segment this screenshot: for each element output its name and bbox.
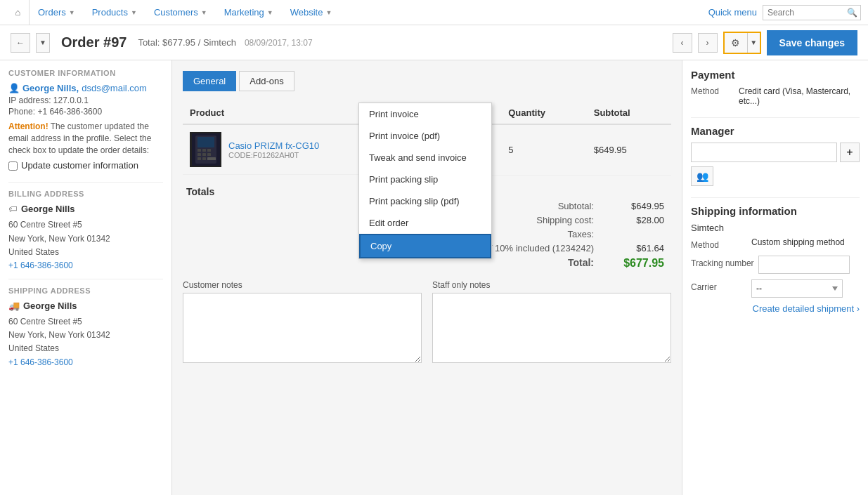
shipping-method-row: Method Custom shipping method xyxy=(691,237,860,250)
gear-dropdown-button[interactable]: ▼ xyxy=(747,33,760,53)
svg-rect-2 xyxy=(197,137,214,147)
nav-website[interactable]: Website ▼ xyxy=(282,0,341,25)
order-number: Order #97 xyxy=(61,34,127,51)
svg-rect-3 xyxy=(197,149,201,152)
home-button[interactable]: ⌂ xyxy=(7,0,30,25)
payment-section: Payment Method Credit card (Visa, Master… xyxy=(691,69,860,106)
products-chevron: ▼ xyxy=(131,9,137,16)
dropdown-print-packing-pdf[interactable]: Print packing slip (pdf) xyxy=(359,190,491,212)
staff-notes-label: Staff only notes xyxy=(432,280,671,290)
order-date: 08/09/2017, 13:07 xyxy=(245,38,313,48)
customer-name[interactable]: George Nills, xyxy=(22,83,79,93)
quick-menu-link[interactable]: Quick menu xyxy=(708,7,757,18)
manager-title: Manager xyxy=(691,125,860,137)
shipping-info-title: Shipping information xyxy=(691,205,860,217)
product-image xyxy=(192,133,220,166)
svg-rect-4 xyxy=(202,149,206,152)
product-name[interactable]: Casio PRIZM fx-CG10 xyxy=(228,140,319,151)
truck-icon: 🚚 xyxy=(8,301,20,311)
next-order-button[interactable]: › xyxy=(698,33,718,53)
attention-label: Attention! xyxy=(8,121,48,131)
payment-title: Payment xyxy=(691,69,860,81)
manager-people-row: 👥 xyxy=(691,166,860,186)
tab-addons[interactable]: Add-ons xyxy=(239,71,294,91)
content-area: General Add-ons Product Price Quantity S… xyxy=(172,60,682,495)
search-icon: 🔍 xyxy=(847,8,857,18)
dropdown-edit-order[interactable]: Edit order xyxy=(359,212,491,234)
right-panel: Payment Method Credit card (Visa, Master… xyxy=(682,60,868,495)
billing-country: United States xyxy=(8,246,163,259)
dropdown-copy[interactable]: Copy xyxy=(359,234,491,258)
shipping-method-value: Custom shipping method xyxy=(751,237,860,247)
prev-order-button[interactable]: ‹ xyxy=(673,33,692,53)
product-quantity: 5 xyxy=(501,124,587,175)
shipping-info-section: Shipping information Simtech Method Cust… xyxy=(691,205,860,314)
vat-row: · VAT 10% included (1234242) $61.64 xyxy=(471,243,664,253)
total-value: $677.95 xyxy=(615,257,664,270)
carrier-select[interactable]: -- xyxy=(751,279,843,298)
nav-orders[interactable]: Orders ▼ xyxy=(30,0,84,25)
svg-rect-7 xyxy=(202,153,206,156)
customer-email[interactable]: dsds@mail.com xyxy=(82,83,147,93)
user-icon: 👤 xyxy=(8,83,20,93)
manager-input[interactable] xyxy=(691,143,837,162)
product-code: CODE:F01262AH0T xyxy=(228,151,319,159)
update-customer-label: Update customer information xyxy=(21,160,138,171)
payment-method-label: Method xyxy=(691,86,733,106)
dropdown-tweak-invoice[interactable]: Tweak and send invoice xyxy=(359,147,491,169)
vat-value: $61.64 xyxy=(615,243,664,253)
actions-button-group: ⚙ ▼ xyxy=(723,32,761,54)
search-input[interactable] xyxy=(763,5,861,20)
people-button[interactable]: 👥 xyxy=(691,166,713,186)
total-label: Total: xyxy=(510,257,594,270)
nav-dropdown-button[interactable]: ▼ xyxy=(36,33,50,53)
marketing-chevron: ▼ xyxy=(267,9,273,16)
create-detailed-shipment-link[interactable]: Create detailed shipment › xyxy=(691,303,860,314)
tracking-number-input[interactable] xyxy=(758,256,850,274)
tracking-row: Tracking number xyxy=(691,256,860,274)
subtotal-row: Subtotal: $649.95 xyxy=(510,201,664,211)
back-button[interactable]: ← xyxy=(11,33,30,53)
shipping-phone[interactable]: +1 646-386-3600 xyxy=(8,357,163,367)
product-subtotal: $649.95 xyxy=(587,124,671,175)
payment-method-value: Credit card (Visa, Mastercard, etc...) xyxy=(739,86,860,106)
tracking-label: Tracking number xyxy=(691,258,754,268)
gear-button[interactable]: ⚙ xyxy=(725,33,747,53)
tab-general[interactable]: General xyxy=(183,71,236,91)
nav-products[interactable]: Products ▼ xyxy=(84,0,145,25)
subtotal-value: $649.95 xyxy=(615,201,664,211)
customer-notes-col: Customer notes xyxy=(183,280,422,365)
dropdown-print-invoice[interactable]: Print invoice xyxy=(359,103,491,125)
divider-1 xyxy=(8,182,163,183)
customer-notes-label: Customer notes xyxy=(183,280,422,290)
staff-notes-input[interactable] xyxy=(432,293,671,363)
staff-notes-col: Staff only notes xyxy=(432,280,671,365)
order-total: Total: $677.95 / Simtech xyxy=(138,37,235,48)
shipping-address-title: SHIPPING ADDRESS xyxy=(8,286,163,295)
website-chevron: ▼ xyxy=(325,9,332,16)
save-changes-button[interactable]: Save changes xyxy=(767,30,857,55)
shipping-cost-label: Shipping cost: xyxy=(510,215,594,225)
shipping-method-label: Method xyxy=(691,240,747,250)
nav-customers[interactable]: Customers ▼ xyxy=(145,0,216,25)
actions-dropdown: Print invoice Print invoice (pdf) Tweak … xyxy=(358,103,492,259)
add-manager-button[interactable]: + xyxy=(840,143,860,162)
totals-heading: Totals xyxy=(183,186,214,197)
billing-addr2: New York, New York 01342 xyxy=(8,232,163,246)
customer-notes-input[interactable] xyxy=(183,293,422,363)
billing-phone[interactable]: +1 646-386-3600 xyxy=(8,260,163,270)
dropdown-print-invoice-pdf[interactable]: Print invoice (pdf) xyxy=(359,125,491,147)
dropdown-print-packing[interactable]: Print packing slip xyxy=(359,169,491,190)
billing-address-section: BILLING ADDRESS 🏷 George Nills 60 Centre… xyxy=(8,190,163,270)
customers-chevron: ▼ xyxy=(201,9,207,16)
billing-address-title: BILLING ADDRESS xyxy=(8,190,163,198)
manager-section: Manager + 👥 xyxy=(691,125,860,186)
shipping-addr2: New York, New York 01342 xyxy=(8,329,163,342)
shipping-address-section: SHIPPING ADDRESS 🚚 George Nills 60 Centr… xyxy=(8,286,163,367)
update-customer-checkbox[interactable] xyxy=(8,161,18,171)
attention-block: Attention! The customer updated the emai… xyxy=(8,121,163,156)
customer-phone: Phone: +1 646-386-3600 xyxy=(8,107,163,117)
svg-rect-6 xyxy=(197,153,201,156)
nav-marketing[interactable]: Marketing ▼ xyxy=(216,0,282,25)
billing-addr1: 60 Centre Street #5 xyxy=(8,218,163,232)
